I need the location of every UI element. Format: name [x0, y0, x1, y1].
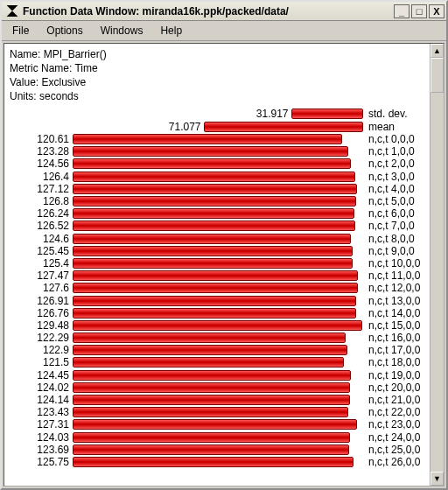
data-row: 125.4n,c,t 10,0,0	[4, 257, 426, 270]
bar-value: 125.75	[4, 456, 73, 468]
data-bar	[73, 407, 348, 417]
data-row: 123.43n,c,t 22,0,0	[4, 406, 426, 418]
bar-label: n,c,t 25,0,0	[363, 444, 426, 456]
data-row: 126.91n,c,t 13,0,0	[4, 294, 426, 306]
data-row: 124.6n,c,t 8,0,0	[4, 233, 426, 245]
bar-label: n,c,t 23,0,0	[363, 418, 426, 430]
data-row: 127.47n,c,t 11,0,0	[4, 270, 426, 282]
minimize-button[interactable]: _	[394, 4, 410, 18]
data-row: 124.02n,c,t 20,0,0	[4, 382, 426, 394]
data-row: 120.61n,c,t 0,0,0	[4, 133, 426, 145]
data-bar	[73, 208, 354, 219]
data-bar	[73, 258, 353, 269]
bar-value: 126.4	[4, 171, 73, 183]
bar-value: 127.12	[4, 183, 73, 195]
scroll-track[interactable]	[430, 58, 444, 472]
data-bar	[73, 345, 347, 355]
meta-name-value: MPI_Barrier()	[44, 48, 107, 60]
data-row: 126.4n,c,t 3,0,0	[4, 171, 426, 183]
bar-value: 122.9	[4, 344, 73, 356]
menu-windows[interactable]: Windows	[94, 23, 150, 38]
app-window: Function Data Window: miranda16k.ppk/pac…	[0, 0, 448, 490]
bar-label: n,c,t 26,0,0	[363, 456, 426, 468]
content-area: Name: MPI_Barrier() Metric Name: Time Va…	[4, 43, 444, 486]
data-row: 129.48n,c,t 15,0,0	[4, 319, 426, 332]
bar-label: n,c,t 4,0,0	[363, 183, 426, 195]
meta-metric-value: Time	[74, 62, 97, 74]
bar-label: n,c,t 15,0,0	[363, 319, 426, 332]
bar-value: 124.6	[4, 233, 73, 245]
menu-help[interactable]: Help	[153, 23, 189, 38]
data-row: 126.8n,c,t 5,0,0	[4, 195, 426, 207]
window-buttons: _ □ X	[392, 4, 444, 18]
bar-value: 125.45	[4, 245, 73, 257]
summary-row: 31.917std. dev.	[4, 107, 426, 120]
summary-bar	[204, 122, 363, 132]
bar-label: n,c,t 2,0,0	[363, 158, 426, 170]
bar-value: 127.31	[4, 418, 73, 430]
bar-value: 125.4	[4, 257, 73, 270]
menubar: File Options Windows Help	[2, 21, 446, 41]
bar-label: n,c,t 21,0,0	[363, 394, 426, 406]
data-bar	[73, 419, 357, 430]
bar-value: 123.28	[4, 145, 73, 158]
bar-value: 126.24	[4, 207, 73, 220]
bar-value: 124.56	[4, 158, 73, 170]
summary-bar	[291, 108, 363, 119]
app-icon	[5, 4, 19, 18]
data-row: 126.52n,c,t 7,0,0	[4, 220, 426, 232]
bar-value: 127.6	[4, 282, 73, 294]
bar-label: n,c,t 17,0,0	[363, 344, 426, 356]
bar-label: n,c,t 10,0,0	[363, 257, 426, 270]
meta-value-value: Exclusive	[41, 76, 86, 88]
data-row: 127.12n,c,t 4,0,0	[4, 183, 426, 195]
data-bar	[73, 134, 342, 144]
maximize-button[interactable]: □	[411, 4, 427, 18]
data-row: 127.6n,c,t 12,0,0	[4, 282, 426, 294]
data-bar	[73, 320, 362, 331]
scroll-thumb[interactable]	[430, 58, 444, 93]
vertical-scrollbar[interactable]: ▲ ▼	[430, 44, 444, 486]
scroll-down-button[interactable]: ▼	[430, 472, 444, 486]
data-bar	[73, 370, 351, 381]
bar-label: n,c,t 0,0,0	[363, 133, 426, 145]
titlebar: Function Data Window: miranda16k.ppk/pac…	[2, 2, 446, 21]
data-row: 125.45n,c,t 9,0,0	[4, 245, 426, 257]
bar-label: n,c,t 12,0,0	[363, 282, 426, 294]
data-row: 127.31n,c,t 23,0,0	[4, 418, 426, 430]
bar-value: 126.91	[4, 295, 73, 307]
data-bar	[73, 196, 356, 206]
bar-label: n,c,t 8,0,0	[363, 233, 426, 245]
bar-value: 129.48	[4, 319, 73, 332]
bar-label: n,c,t 13,0,0	[363, 295, 426, 307]
data-row: 123.28n,c,t 1,0,0	[4, 145, 426, 158]
scroll-up-button[interactable]: ▲	[430, 44, 444, 58]
data-bar	[73, 395, 350, 405]
data-bar	[73, 246, 353, 256]
meta-name-label: Name:	[10, 48, 40, 60]
data-bar	[73, 432, 350, 443]
close-button[interactable]: X	[429, 4, 444, 18]
bar-label: n,c,t 14,0,0	[363, 307, 426, 319]
bar-value: 126.52	[4, 220, 73, 232]
meta-metric-label: Metric Name:	[10, 62, 72, 74]
data-bar	[73, 234, 351, 244]
main-pane: Name: MPI_Barrier() Metric Name: Time Va…	[4, 44, 430, 486]
bar-label: n,c,t 20,0,0	[363, 382, 426, 394]
bar-value: 127.47	[4, 270, 73, 282]
bar-label: n,c,t 24,0,0	[363, 431, 426, 444]
menu-options[interactable]: Options	[39, 23, 89, 38]
bar-label: n,c,t 22,0,0	[363, 406, 426, 418]
data-row: 122.9n,c,t 17,0,0	[4, 344, 426, 356]
bar-chart: 31.917std. dev.71.077mean120.61n,c,t 0,0…	[4, 107, 430, 468]
data-bar	[73, 283, 358, 293]
bar-label: n,c,t 11,0,0	[363, 270, 426, 282]
bar-label: n,c,t 6,0,0	[363, 207, 426, 220]
bar-value: 123.43	[4, 406, 73, 418]
bar-label: n,c,t 18,0,0	[363, 356, 426, 368]
data-bar	[73, 184, 357, 194]
menu-file[interactable]: File	[5, 23, 36, 38]
summary-label: std. dev.	[363, 108, 426, 120]
data-row: 122.29n,c,t 16,0,0	[4, 332, 426, 344]
data-bar	[73, 146, 348, 157]
